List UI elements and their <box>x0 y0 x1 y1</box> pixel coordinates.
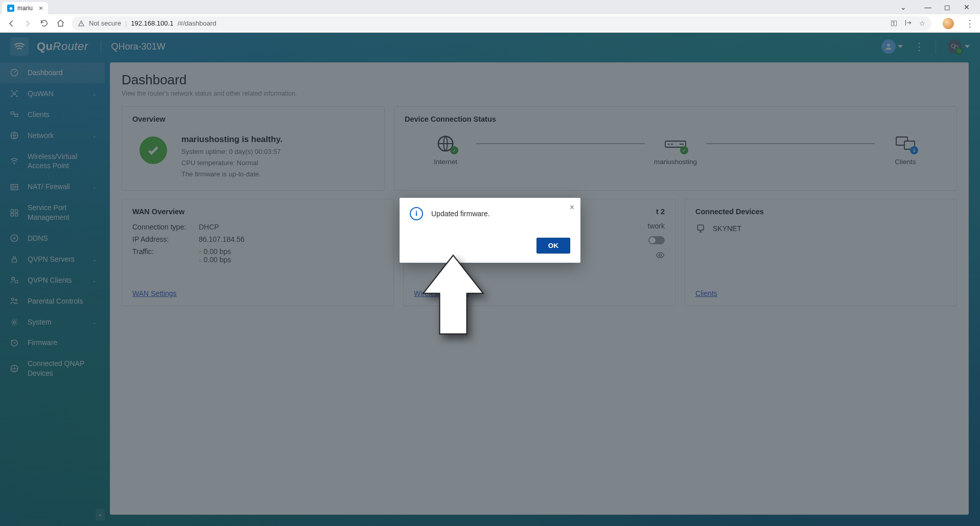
dialog-message: Updated firmware. <box>431 210 489 218</box>
modal-overlay: × i Updated firmware. OK <box>0 33 980 526</box>
browser-toolbar: Not secure | 192.168.100.1/#/dashboard ⚿… <box>0 14 980 33</box>
window-close-icon[interactable]: ✕ <box>961 3 973 11</box>
close-tab-icon[interactable]: × <box>39 4 43 12</box>
browser-menu-icon[interactable]: ⋮ <box>965 18 974 29</box>
favicon-icon: ◆ <box>7 5 14 12</box>
annotation-arrow-icon <box>420 253 486 341</box>
address-bar[interactable]: Not secure | 192.168.100.1/#/dashboard ⚿… <box>72 16 931 31</box>
app-root: QuRouter QHora-301W ⋮ D <box>0 33 980 526</box>
browser-tab[interactable]: ◆ mariu × <box>2 2 48 14</box>
window-minimize-icon[interactable]: — <box>922 3 934 11</box>
not-secure-label: Not secure <box>89 19 121 27</box>
url-path: /#/dashboard <box>177 19 216 27</box>
window-controls: ⌄ — ◻ ✕ <box>897 3 978 11</box>
window-maximize-icon[interactable]: ◻ <box>941 3 953 11</box>
forward-button[interactable] <box>22 18 33 29</box>
browser-tabstrip: ◆ mariu × ⌄ — ◻ ✕ <box>0 0 980 14</box>
bookmark-star-icon[interactable]: ☆ <box>919 19 925 27</box>
home-button[interactable] <box>55 18 65 29</box>
tabs-dropdown-icon[interactable]: ⌄ <box>897 3 909 11</box>
reload-button[interactable] <box>39 18 49 29</box>
info-icon: i <box>410 207 423 220</box>
password-key-icon[interactable]: ⚿ <box>891 19 897 27</box>
share-icon[interactable] <box>904 19 912 28</box>
close-dialog-icon[interactable]: × <box>570 203 574 212</box>
not-secure-icon <box>78 20 85 27</box>
url-host: 192.168.100.1 <box>131 19 173 27</box>
tab-title: mariu <box>17 5 33 12</box>
profile-avatar[interactable] <box>943 18 954 29</box>
ok-button[interactable]: OK <box>536 238 570 254</box>
back-button[interactable] <box>6 18 16 29</box>
